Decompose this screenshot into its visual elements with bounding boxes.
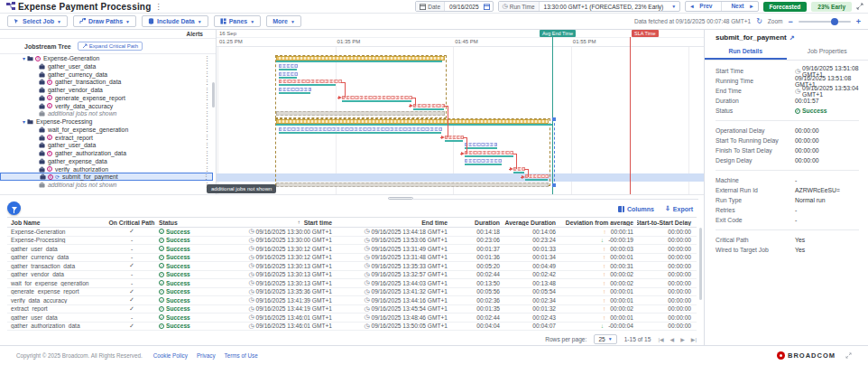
footer-link-privacy[interactable]: Privacy — [197, 352, 216, 359]
run-time-field[interactable]: ◷Run Time 13:30:00 GMT+1 (FORECASTED, 23… — [498, 1, 681, 12]
gantt-bar-gather-currency-data[interactable] — [279, 72, 298, 76]
tree-item-menu-icon[interactable]: ⋮ — [204, 157, 210, 164]
panes-button[interactable]: Panes▼ — [214, 15, 262, 27]
gantt-bar-gather-user-data[interactable] — [465, 143, 497, 146]
table-row-wait-for-expense-generation[interactable]: wait_for_expense_generation-✓Success◷09/… — [7, 279, 697, 288]
table-row-gather-user-data[interactable]: gather_user_data-✓Success◷09/16/2025 13:… — [7, 245, 697, 254]
tree-item-verify-authorization[interactable]: iverify_authorization⋮ — [0, 165, 213, 173]
next-page-button[interactable]: ▶ — [680, 336, 685, 342]
date-field[interactable]: Date 09/16/2025 — [415, 1, 493, 12]
tree-item-menu-icon[interactable]: ⋮ — [204, 142, 210, 149]
gantt-bar-gather-authorization-data[interactable] — [465, 151, 512, 154]
gantt-bar-gather-user-data[interactable] — [279, 64, 298, 68]
tree-item-menu-icon[interactable]: ⋮ — [204, 150, 210, 157]
refresh-icon[interactable]: ↻ — [756, 17, 762, 25]
table-row-generate-expense-report[interactable]: generate_expense_report✓✓Success◷09/16/2… — [7, 288, 697, 297]
table-row-gather-authorization-data[interactable]: gather_authorization_data✓✓Success◷09/16… — [7, 323, 697, 332]
column-header-status[interactable]: Status — [155, 220, 220, 226]
tree-item-menu-icon[interactable]: ⋮ — [204, 102, 210, 109]
tree-item-menu-icon[interactable]: ⋮ — [204, 62, 210, 70]
tree-expand-caret-icon[interactable]: ▾ — [23, 118, 25, 125]
tree-item-additional-jobs-not-shown[interactable]: additional jobs not shown⋮ — [0, 109, 213, 117]
tree-item-verify-data-accuracy[interactable]: iverify_data_accuracy⋮ — [0, 102, 213, 110]
gantt-hscroll-handle[interactable] — [388, 197, 413, 200]
prev-button[interactable]: ◂ Prev — [686, 3, 721, 10]
gantt-bar-submit-for-payment[interactable] — [525, 174, 548, 178]
column-header-job-name[interactable]: Job Name — [7, 220, 108, 226]
gantt-bar-additional-jobs-not-shown[interactable] — [276, 182, 549, 187]
footer-link-cookie-policy[interactable]: Cookie Policy — [153, 352, 188, 359]
draw-paths-button[interactable]: Draw Paths▼ — [73, 15, 136, 27]
tree-item-gather-user-data[interactable]: gather_user_data⋮ — [0, 141, 213, 149]
tree-item-menu-icon[interactable]: ⋮ — [204, 165, 210, 173]
tree-item-extract-report[interactable]: iextract_report⋮ — [0, 134, 213, 142]
tree-item-gather-user-data[interactable]: gather_user_data⋮ — [0, 62, 213, 70]
tree-item-menu-icon[interactable]: ⋮ — [204, 70, 210, 78]
gantt-bar-gather-transaction-data[interactable] — [279, 80, 342, 83]
tree-item-menu-icon[interactable]: ⋮ — [204, 87, 210, 94]
column-header-on-critical-path[interactable]: On Critical Path — [108, 220, 155, 226]
selection-indicator-handle[interactable] — [552, 117, 556, 121]
tree-expand-caret-icon[interactable]: ▾ — [23, 55, 25, 61]
table-row-gather-transaction-data[interactable]: gather_transaction_data✓✓Success◷09/16/2… — [7, 262, 697, 271]
table-row-expense-generation[interactable]: Expense-Generation✓✓Success◷09/16/2025 1… — [7, 228, 697, 237]
export-button[interactable]: ⇩Export — [665, 205, 693, 212]
tree-item-gather-expense-data[interactable]: gather_expense_data⋮ — [0, 157, 213, 165]
tree-item-menu-icon[interactable]: ⋮ — [204, 118, 210, 126]
tree-item-generate-expense-report[interactable]: igenerate_expense_report⋮ — [0, 94, 213, 102]
footer-link-terms-of-use[interactable]: Terms of Use — [225, 352, 258, 359]
more-button[interactable]: More▼ — [266, 15, 301, 27]
resize-corner-icon[interactable] — [845, 352, 852, 359]
gantt-bar-additional-jobs-not-shown[interactable] — [276, 111, 445, 116]
column-header-end-time[interactable]: End time — [336, 220, 451, 226]
gantt-bar-verify-data-accuracy[interactable] — [413, 104, 444, 108]
zoom-out-button[interactable]: − — [788, 17, 792, 26]
column-header-start-to-start-delay[interactable]: Start-to-Start Delay — [637, 220, 695, 226]
zoom-slider-handle[interactable] — [831, 18, 838, 25]
tree-item-expense-generation[interactable]: ▾iExpense-Generation⋮ — [0, 54, 213, 62]
tree-item-menu-icon[interactable]: ⋮ — [203, 173, 209, 181]
table-row-gather-vendor-data[interactable]: gather_vendor_data-✓Success◷09/16/2025 1… — [7, 271, 697, 280]
expand-window-icon[interactable] — [856, 3, 863, 10]
last-page-button[interactable]: ▶| — [691, 336, 697, 342]
columns-button[interactable]: Columns — [618, 205, 654, 212]
include-data-button[interactable]: Include Data▼ — [142, 15, 208, 27]
calendar-picker-icon[interactable] — [484, 4, 490, 10]
tree-item-gather-transaction-data[interactable]: igather_transaction_data⋮ — [0, 78, 213, 86]
tree-item-wait-for-expense-generation[interactable]: wait_for_expense_generation⋮ — [0, 126, 213, 134]
tree-item-gather-authorization-data[interactable]: igather_authorization_data⋮ — [0, 149, 213, 157]
column-header-duration[interactable]: Duration — [451, 220, 503, 226]
tree-item-expense-processing[interactable]: ▾Expense-Processing⋮ — [0, 117, 213, 126]
open-job-link-icon[interactable]: ↗ — [790, 34, 795, 42]
table-scrollbar[interactable] — [699, 228, 702, 300]
tree-item-menu-icon[interactable]: ⋮ — [204, 94, 210, 101]
expand-critical-path-button[interactable]: Expand Critical Path — [78, 42, 143, 51]
tree-item-gather-vendor-data[interactable]: gather_vendor_data⋮ — [0, 86, 213, 94]
first-page-button[interactable]: |◀ — [658, 336, 663, 342]
tree-item-submit-for-payment[interactable]: i⟳submit_for_payment⋮ — [0, 173, 213, 181]
zoom-slider[interactable] — [799, 21, 851, 23]
next-button[interactable]: Next ▸ — [722, 3, 757, 10]
tab-run-details[interactable]: Run Details — [705, 45, 787, 60]
tree-scrollbar[interactable] — [212, 82, 215, 108]
table-row-gather-currency-data[interactable]: gather_currency_data-✓Success◷09/16/2025… — [7, 254, 697, 263]
gantt-bar-wait-for-expense-generation[interactable] — [279, 127, 442, 131]
select-job-button[interactable]: Select Job▼ — [7, 15, 68, 27]
gantt-bar-generate-expense-report[interactable] — [342, 96, 411, 99]
title-menu-icon[interactable]: ⋮ — [155, 3, 162, 11]
tree-item-menu-icon[interactable]: ⋮ — [204, 55, 210, 62]
gantt-bar-gather-expense-data[interactable] — [465, 159, 501, 163]
table-row-expense-processing[interactable]: Expense-Processing-✓Success◷09/16/2025 1… — [7, 237, 697, 246]
column-header-deviation-from-average[interactable]: Deviation from average — [559, 220, 637, 226]
tab-job-properties[interactable]: Job Properties — [787, 45, 868, 60]
tree-item-menu-icon[interactable]: ⋮ — [204, 126, 210, 133]
tree-item-gather-currency-data[interactable]: gather_currency_data⋮ — [0, 70, 213, 79]
table-row-verify-data-accuracy[interactable]: verify_data_accuracy✓✓Success◷09/16/2025… — [7, 296, 697, 305]
prev-page-button[interactable]: ◀ — [670, 336, 675, 342]
tree-item-menu-icon[interactable]: ⋮ — [204, 134, 210, 141]
rows-per-page-select[interactable]: 25▼ — [594, 334, 616, 344]
selection-indicator-handle[interactable] — [552, 183, 556, 187]
table-row-extract-report[interactable]: extract_report✓✓Success◷09/16/2025 13:44… — [7, 305, 697, 314]
tree-item-menu-icon[interactable]: ⋮ — [204, 79, 210, 86]
tree-item-additional-jobs-not-shown[interactable]: additional jobs not shown⋮ — [0, 181, 213, 189]
